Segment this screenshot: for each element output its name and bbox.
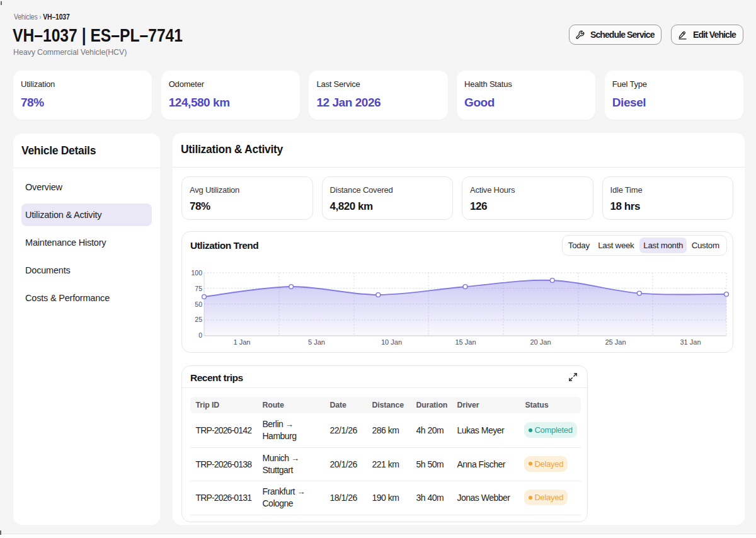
svg-text:20 Jan: 20 Jan bbox=[530, 338, 551, 346]
svg-text:1 Jan: 1 Jan bbox=[234, 338, 251, 346]
svg-text:10 Jan: 10 Jan bbox=[381, 338, 402, 346]
svg-text:25 Jan: 25 Jan bbox=[605, 338, 626, 346]
svg-text:15 Jan: 15 Jan bbox=[455, 338, 476, 346]
svg-text:25: 25 bbox=[195, 316, 202, 323]
svg-text:0: 0 bbox=[198, 331, 202, 339]
svg-text:100: 100 bbox=[191, 269, 202, 277]
svg-text:75: 75 bbox=[195, 285, 202, 292]
svg-text:50: 50 bbox=[195, 300, 202, 308]
svg-text:5 Jan: 5 Jan bbox=[308, 338, 325, 346]
svg-text:31 Jan: 31 Jan bbox=[680, 338, 701, 346]
